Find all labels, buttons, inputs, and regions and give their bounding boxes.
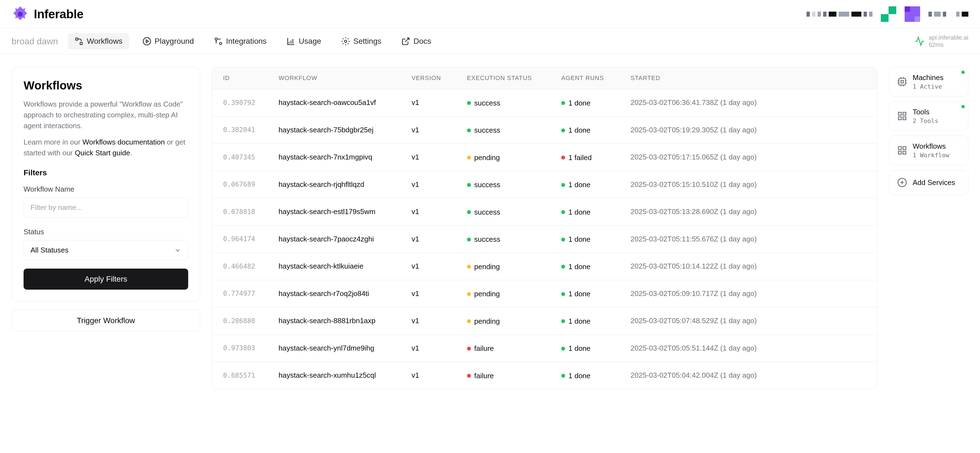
cell-id: 0.964174 — [223, 235, 278, 243]
table-row[interactable]: 0.382041haystack-search-75bdgbr25ejv1suc… — [212, 117, 877, 144]
status-dot-icon — [561, 319, 565, 323]
cell-id: 0.286880 — [223, 317, 278, 325]
cell-started: 2025-03-02T05:15:10.510Z (1 day ago) — [630, 180, 866, 189]
table-row[interactable]: 0.774977haystack-search-r7oq2jo84tiv1pen… — [212, 280, 877, 307]
quickstart-link[interactable]: Quick Start guide — [75, 149, 130, 157]
cell-started: 2025-03-02T05:13:28.690Z (1 day ago) — [630, 207, 866, 216]
brand-logo-icon — [12, 6, 29, 23]
cell-version: v1 — [412, 317, 467, 325]
svg-point-9 — [143, 38, 151, 45]
table-row[interactable]: 0.067689haystack-search-rjqhfltlqzdv1suc… — [212, 171, 877, 198]
cell-id: 0.407345 — [223, 154, 278, 161]
header-right — [807, 6, 968, 22]
svg-point-10 — [215, 38, 217, 40]
table-row[interactable]: 0.078818haystack-search-estl179s5wmv1suc… — [212, 198, 877, 226]
cell-id: 0.382041 — [223, 126, 278, 134]
workflow-name-label: Workflow Name — [24, 185, 188, 193]
cell-id: 0.973803 — [223, 344, 278, 352]
cell-version: v1 — [412, 371, 467, 380]
cell-version: v1 — [412, 153, 467, 162]
status-dot-icon — [961, 71, 965, 74]
cell-id: 0.390792 — [223, 99, 278, 107]
api-status: api.inferable.ai 62ms — [914, 34, 968, 49]
table-row[interactable]: 0.466482haystack-search-ktlkuiaeiev1pend… — [212, 253, 877, 280]
cell-runs: 1 failed — [561, 152, 630, 162]
gear-icon — [341, 37, 350, 46]
cell-workflow: haystack-search-7nx1mgpivq — [278, 153, 412, 162]
cell-version: v1 — [412, 98, 467, 107]
cell-workflow: haystack-search-rjqhfltlqzd — [278, 180, 412, 189]
svg-rect-20 — [903, 147, 906, 150]
status-dot-icon — [561, 128, 565, 132]
cell-runs: 1 done — [561, 234, 630, 244]
workflows-card[interactable]: Workflows 1 Workflow — [889, 136, 968, 165]
table-row[interactable]: 0.286880haystack-search-8881rbn1axpv1pen… — [212, 307, 877, 335]
cell-exec: pending — [467, 289, 561, 298]
nav-integrations[interactable]: Integrations — [207, 33, 273, 49]
grid-icon — [897, 146, 907, 155]
status-dot-icon — [561, 292, 565, 296]
cell-workflow: haystack-search-xumhu1z5cql — [278, 371, 412, 380]
cell-runs: 1 done — [561, 371, 630, 380]
cell-exec: pending — [467, 262, 561, 271]
th-runs: AGENT RUNS — [561, 74, 630, 82]
add-services-button[interactable]: Add Services — [889, 170, 968, 195]
cell-exec: failure — [467, 344, 561, 353]
workflows-icon — [75, 37, 83, 46]
cell-workflow: haystack-search-r7oq2jo84ti — [278, 289, 412, 298]
cell-version: v1 — [412, 262, 467, 271]
workflows-service-meta: 1 Workflow — [913, 152, 949, 158]
nav-workflows[interactable]: Workflows — [68, 33, 129, 49]
cell-version: v1 — [412, 207, 467, 216]
cell-started: 2025-03-02T05:05:51.144Z (1 day ago) — [630, 344, 866, 353]
status-dot-icon — [467, 128, 471, 132]
table-row[interactable]: 0.973803haystack-search-ynl7dme9ihgv1fai… — [212, 335, 877, 362]
tools-card[interactable]: Tools 2 Tools — [889, 101, 968, 131]
workflows-learn-more: Learn more in our Workflows documentatio… — [24, 137, 188, 158]
status-dot-icon — [467, 155, 471, 160]
cell-workflow: haystack-search-estl179s5wm — [278, 207, 412, 216]
svg-rect-3 — [881, 14, 889, 22]
apply-filters-button[interactable]: Apply Filters — [24, 269, 188, 290]
status-dot-icon — [467, 319, 471, 323]
svg-rect-19 — [899, 147, 902, 150]
user-strip-1 — [807, 12, 872, 17]
cell-exec: success — [467, 234, 561, 244]
svg-rect-7 — [76, 38, 78, 40]
cell-exec: failure — [467, 371, 561, 380]
table-row[interactable]: 0.685571haystack-search-xumhu1z5cqlv1fai… — [212, 362, 877, 389]
table-row[interactable]: 0.964174haystack-search-7paocz4zghiv1suc… — [212, 226, 877, 253]
table-row[interactable]: 0.390792haystack-search-oawcou5a1vfv1suc… — [212, 89, 877, 117]
cell-started: 2025-03-02T05:11:55.676Z (1 day ago) — [630, 235, 866, 243]
cell-id: 0.685571 — [223, 372, 278, 379]
cell-started: 2025-03-02T05:10:14.122Z (1 day ago) — [630, 262, 866, 271]
avatar-1[interactable] — [881, 6, 896, 22]
machines-card[interactable]: Machines 1 Active — [889, 67, 968, 97]
svg-rect-17 — [899, 117, 902, 120]
cell-version: v1 — [412, 344, 467, 353]
avatar-2[interactable] — [905, 6, 920, 22]
brand[interactable]: Inferable — [12, 6, 83, 23]
svg-point-0 — [18, 12, 23, 17]
status-select[interactable]: All Statuses — [24, 240, 188, 260]
table-header: ID WORKFLOW VERSION EXECUTION STATUS AGE… — [212, 67, 877, 89]
workflow-name-input[interactable] — [24, 197, 188, 218]
cell-started: 2025-03-02T05:09:10.717Z (1 day ago) — [630, 289, 866, 298]
cell-version: v1 — [412, 126, 467, 134]
cell-runs: 1 done — [561, 316, 630, 326]
nav-playground[interactable]: Playground — [136, 33, 200, 49]
nav-docs[interactable]: Docs — [395, 33, 438, 49]
trigger-workflow-button[interactable]: Trigger Workflow — [12, 310, 200, 331]
nav-settings[interactable]: Settings — [334, 33, 388, 49]
table-row[interactable]: 0.407345haystack-search-7nx1mgpivqv1pend… — [212, 144, 877, 171]
cell-id: 0.067689 — [223, 181, 278, 188]
status-dot-icon — [467, 101, 471, 105]
cell-workflow: haystack-search-ktlkuiaeie — [278, 262, 412, 271]
cell-started: 2025-03-02T05:07:48.529Z (1 day ago) — [630, 317, 866, 325]
nav-usage[interactable]: Usage — [280, 33, 328, 49]
integrations-icon — [214, 37, 223, 46]
cell-runs: 1 done — [561, 98, 630, 108]
filters-card: Workflows Workflows provide a powerful "… — [12, 67, 200, 301]
docs-link[interactable]: Workflows documentation — [82, 138, 165, 146]
cell-started: 2025-03-02T05:04:42.004Z (1 day ago) — [630, 371, 866, 380]
